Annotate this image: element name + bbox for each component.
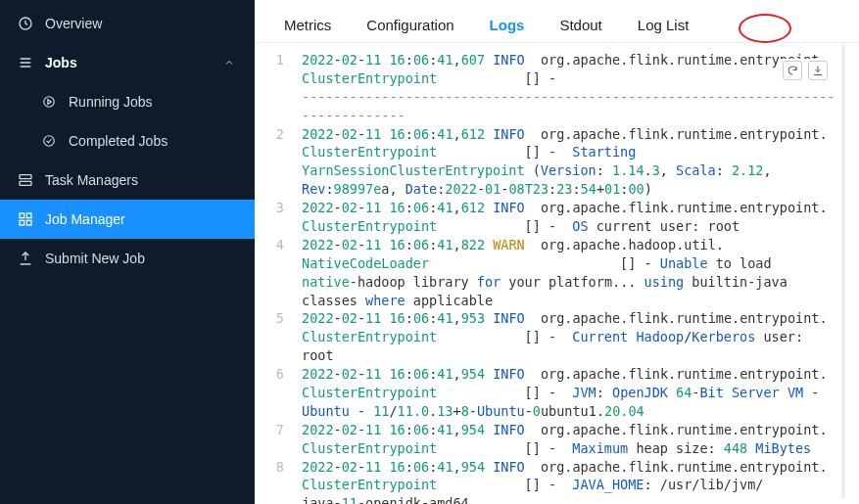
main-panel: Metrics Configuration Logs Stdout Log Li… <box>255 0 859 504</box>
sidebar-item-label: Jobs <box>45 55 210 70</box>
svg-rect-5 <box>20 213 24 218</box>
log-row-cont: ----------------------------------------… <box>255 88 859 125</box>
upload-icon <box>18 251 33 266</box>
sidebar-item-label: Job Manager <box>45 211 125 227</box>
svg-rect-4 <box>20 181 31 185</box>
log-row: 22022-02-11 16:06:41,612 INFO org.apache… <box>255 125 859 144</box>
log-row-cont: native-hadoop library for your platform.… <box>255 273 859 292</box>
check-circle-icon <box>41 133 57 149</box>
sidebar-item-label: Completed Jobs <box>69 133 167 149</box>
sidebar-item-label: Overview <box>45 16 102 31</box>
svg-rect-6 <box>26 213 31 218</box>
log-content: 2022-02-11 16:06:41,954 INFO org.apache.… <box>302 458 859 477</box>
line-number: 2 <box>255 125 302 144</box>
log-row: 32022-02-11 16:06:41,612 INFO org.apache… <box>255 199 859 217</box>
line-number: 1 <box>255 51 302 69</box>
line-number: 3 <box>255 199 302 217</box>
scrollbar-track[interactable] <box>841 45 845 498</box>
tab-stdout[interactable]: Stdout <box>557 9 603 41</box>
sidebar-item-label: Submit New Job <box>45 251 145 266</box>
log-toolbar <box>781 59 830 82</box>
log-content: 2022-02-11 16:06:41,822 WARN org.apache.… <box>302 236 859 254</box>
sidebar-item-running-jobs[interactable]: Running Jobs <box>0 82 255 121</box>
sidebar-group-jobs[interactable]: Jobs <box>0 43 255 82</box>
svg-rect-7 <box>20 220 24 225</box>
sidebar-item-job-manager[interactable]: Job Manager <box>0 200 255 239</box>
line-number: 8 <box>255 458 302 477</box>
dashboard-icon <box>18 16 33 31</box>
refresh-button[interactable] <box>783 61 802 80</box>
play-circle-icon <box>41 94 57 110</box>
log-content: 2022-02-11 16:06:41,954 INFO org.apache.… <box>302 365 859 384</box>
sidebar-item-task-managers[interactable]: Task Managers <box>0 160 255 200</box>
log-content: 2022-02-11 16:06:41,607 INFO org.apache.… <box>302 51 859 69</box>
log-row-cont: java-11-openjdk-amd64 <box>255 494 859 504</box>
log-row: 42022-02-11 16:06:41,822 WARN org.apache… <box>255 236 859 254</box>
svg-point-1 <box>44 97 55 108</box>
grid-icon <box>18 211 33 227</box>
tab-logs[interactable]: Logs <box>488 9 527 41</box>
log-row-cont: NativeCodeLoader [] - Unable to load <box>255 254 859 273</box>
log-row-cont: ClusterEntrypoint [] - Maximum heap size… <box>255 439 859 458</box>
log-row-cont: ClusterEntrypoint [] - JVM: OpenJDK 64-B… <box>255 384 859 402</box>
log-row-cont: YarnSessionClusterEntrypoint (Version: 1… <box>255 161 859 180</box>
log-content: 2022-02-11 16:06:41,612 INFO org.apache.… <box>302 199 859 217</box>
tab-configuration[interactable]: Configuration <box>364 9 455 41</box>
log-row-cont: ClusterEntrypoint [] - Starting <box>255 143 859 161</box>
line-number: 5 <box>255 309 302 328</box>
log-row: 62022-02-11 16:06:41,954 INFO org.apache… <box>255 365 859 384</box>
log-row: 12022-02-11 16:06:41,607 INFO org.apache… <box>255 51 859 69</box>
sidebar-item-label: Running Jobs <box>69 94 153 110</box>
log-row-cont: Ubuntu - 11/11.0.13+8-Ubuntu-0ubuntu1.20… <box>255 402 859 421</box>
svg-rect-8 <box>26 220 31 225</box>
log-row-cont: ClusterEntrypoint [] - JAVA_HOME: /usr/l… <box>255 476 859 494</box>
server-icon <box>18 172 33 188</box>
log-content: 2022-02-11 16:06:41,954 INFO org.apache.… <box>302 421 859 439</box>
download-button[interactable] <box>808 61 828 80</box>
tab-bar: Metrics Configuration Logs Stdout Log Li… <box>255 0 859 43</box>
chevron-up-icon <box>221 55 237 70</box>
log-viewer[interactable]: 12022-02-11 16:06:41,607 INFO org.apache… <box>255 43 859 504</box>
log-row: 82022-02-11 16:06:41,954 INFO org.apache… <box>255 458 859 477</box>
sidebar-item-label: Task Managers <box>45 172 138 188</box>
log-row-cont: ClusterEntrypoint [] - OS current user: … <box>255 217 859 236</box>
svg-rect-3 <box>20 175 31 179</box>
line-number: 7 <box>255 421 302 439</box>
sidebar-item-completed-jobs[interactable]: Completed Jobs <box>0 121 255 160</box>
tab-loglist[interactable]: Log List <box>636 9 692 41</box>
tab-metrics[interactable]: Metrics <box>282 9 333 41</box>
log-row-cont: Rev:98997ea, Date:2022-01-08T23:23:54+01… <box>255 180 859 199</box>
log-content: 2022-02-11 16:06:41,612 INFO org.apache.… <box>302 125 859 144</box>
log-content: 2022-02-11 16:06:41,953 INFO org.apache.… <box>302 309 859 328</box>
sidebar: Overview Jobs Running Jobs Completed Job… <box>0 0 255 504</box>
sidebar-item-overview[interactable]: Overview <box>0 4 255 43</box>
log-row: 52022-02-11 16:06:41,953 INFO org.apache… <box>255 309 859 328</box>
list-icon <box>18 55 33 70</box>
log-row: 72022-02-11 16:06:41,954 INFO org.apache… <box>255 421 859 439</box>
sidebar-item-submit-job[interactable]: Submit New Job <box>0 239 255 278</box>
log-row-cont: ClusterEntrypoint [] - <box>255 69 859 88</box>
line-number: 6 <box>255 365 302 384</box>
log-row-cont: ClusterEntrypoint [] - Current Hadoop/Ke… <box>255 328 859 365</box>
svg-point-2 <box>44 136 55 147</box>
log-row-cont: classes where applicable <box>255 292 859 310</box>
line-number: 4 <box>255 236 302 254</box>
